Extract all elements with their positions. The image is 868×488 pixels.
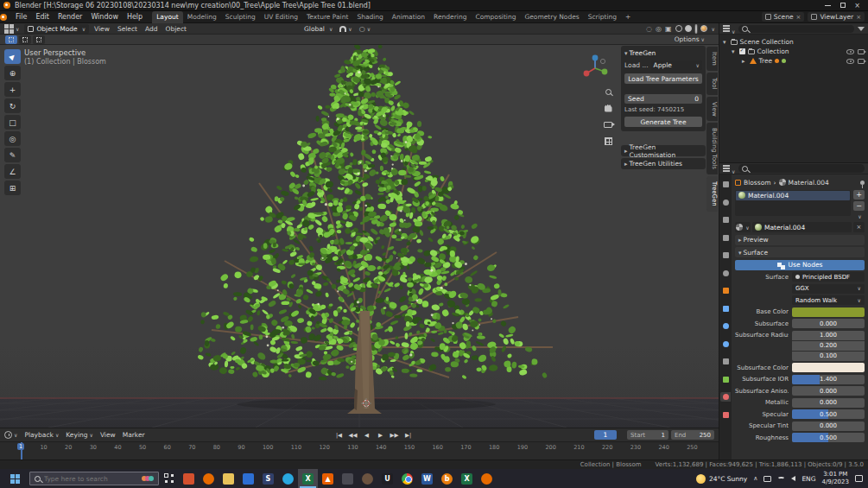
sidebar-tab-building-tools[interactable]: Building Tools [706, 123, 718, 174]
workspace-tab-compositing[interactable]: Compositing [471, 11, 520, 23]
timeline-editor-selector[interactable] [4, 431, 17, 439]
keying-menu[interactable]: Keying [66, 431, 93, 439]
play-button[interactable]: ▶ [375, 430, 386, 440]
sidebar-tab-item[interactable]: Item [706, 47, 718, 71]
firefox-2-icon[interactable] [477, 469, 497, 488]
close-button[interactable]: × [850, 0, 865, 10]
unlink-material-button[interactable]: × [853, 222, 865, 232]
workspace-tab-shading[interactable]: Shading [352, 11, 387, 23]
workspace-tab-sculpting[interactable]: Sculpting [221, 11, 260, 23]
tab-output[interactable] [720, 215, 731, 225]
treegen-panel-header[interactable]: TreeGen [624, 48, 702, 58]
hide-viewport-icon[interactable] [846, 59, 854, 64]
sidebar-tab-tool[interactable]: Tool [706, 73, 718, 95]
taskbar-app-gray[interactable] [338, 469, 358, 488]
select-mode-subtract-button[interactable] [33, 35, 45, 44]
breadcrumb-material[interactable]: Material.004 [789, 179, 829, 187]
outliner-search[interactable] [738, 25, 854, 33]
viewport-menu-object[interactable]: Object [166, 25, 187, 33]
gimp-icon[interactable] [358, 469, 377, 488]
viewport-menu-view[interactable]: View [94, 25, 110, 33]
workspace-tab-scripting[interactable]: Scripting [584, 11, 621, 23]
shading-material-preview-button[interactable] [695, 24, 697, 34]
language-indicator[interactable]: ENG [801, 475, 815, 483]
remove-slot-button[interactable]: − [853, 201, 865, 211]
notification-center-icon[interactable] [855, 475, 863, 482]
tab-texture[interactable] [720, 410, 731, 420]
telegram-icon[interactable] [278, 469, 298, 488]
excel-2-icon[interactable]: X [457, 469, 477, 488]
material-name-field[interactable]: Material.004 [752, 222, 852, 232]
subsurface-ior-slider[interactable]: 1.400 [792, 375, 865, 384]
scale-tool[interactable]: □ [4, 115, 21, 130]
mode-dropdown[interactable]: Object Mode [24, 24, 89, 34]
viewport-3d[interactable]: User Perspective (1) Collection | Blosso… [0, 45, 719, 428]
sidebar-tab-treegen[interactable]: TreeGen [706, 176, 718, 212]
tab-modifiers[interactable] [720, 304, 731, 314]
collection-checkbox[interactable] [739, 48, 745, 54]
jump-to-end-button[interactable]: ▶| [402, 430, 414, 440]
properties-search[interactable] [738, 164, 865, 173]
scene-unlink-icon[interactable]: × [796, 14, 801, 21]
preview-panel-header[interactable]: Preview [735, 235, 865, 245]
firefox-icon[interactable] [199, 469, 219, 488]
browse-material-dropdown[interactable] [735, 222, 751, 232]
camera-view-icon[interactable] [603, 119, 613, 130]
menu-edit[interactable]: Edit [31, 13, 54, 21]
load-tree-parameters-button[interactable]: Load Tree Parameters [624, 73, 702, 84]
tab-object[interactable] [720, 286, 731, 295]
menu-window[interactable]: Window [86, 13, 123, 21]
editor-type-selector[interactable] [3, 24, 19, 34]
select-box-tool[interactable]: ▶ [4, 49, 21, 64]
transform-orientation-dropdown[interactable]: Global [304, 25, 333, 33]
shading-rendered-button[interactable] [700, 25, 707, 32]
blender-taskbar-icon[interactable]: b [437, 469, 457, 488]
tab-view-layer[interactable] [720, 233, 731, 243]
subsurface-anisotropy-slider[interactable]: 0.000 [792, 386, 865, 396]
snap-toggle[interactable] [339, 25, 352, 33]
tab-material[interactable] [720, 392, 731, 402]
taskbar-clock[interactable]: 3:01 PM 4/9/2023 [822, 471, 849, 486]
tab-constraints[interactable] [720, 357, 731, 366]
show-gizmo-toggle[interactable]: ◌ [646, 25, 652, 33]
steam-icon[interactable]: S [258, 469, 278, 488]
taskbar-app-blue[interactable] [238, 469, 258, 488]
jump-to-start-button[interactable]: |◀ [333, 430, 345, 440]
excel-icon[interactable]: X [298, 469, 318, 488]
disable-render-icon[interactable] [858, 59, 865, 64]
shading-wireframe-button[interactable] [675, 25, 682, 32]
subsurface-radius-z-field[interactable]: 0.100 [792, 352, 865, 361]
taskbar-search-input[interactable] [44, 475, 140, 483]
frame-start-field[interactable]: Start1 [627, 430, 668, 440]
treegen-utilities-header[interactable]: TreeGen Utilities [621, 158, 706, 169]
viewlayer-selector[interactable]: ViewLayer × [808, 12, 865, 22]
play-reverse-button[interactable]: ◀ [361, 430, 372, 440]
move-tool[interactable]: + [4, 82, 21, 97]
specular-tint-slider[interactable]: 0.000 [792, 421, 865, 431]
tab-render[interactable] [720, 198, 731, 207]
workspace-tab-texture-paint[interactable]: Texture Paint [302, 11, 352, 23]
pan-hand-icon[interactable] [603, 103, 613, 113]
surface-panel-header[interactable]: Surface [735, 247, 865, 257]
tab-physics[interactable] [720, 339, 731, 349]
vlc-icon[interactable]: ▲ [318, 469, 338, 488]
viewport-menu-add[interactable]: Add [145, 25, 158, 33]
current-frame-field[interactable]: 1 [594, 430, 617, 440]
roughness-slider[interactable]: 0.500 [792, 433, 865, 442]
marker-menu[interactable]: Marker [123, 431, 145, 439]
tab-scene[interactable] [720, 250, 731, 260]
zoom-icon[interactable] [603, 86, 613, 97]
workspace-tab-layout[interactable]: Layout [152, 11, 183, 23]
file-explorer-icon[interactable] [219, 469, 238, 488]
viewlayer-unlink-icon[interactable]: × [856, 14, 861, 21]
proportional-editing-toggle[interactable]: ○ [359, 25, 371, 33]
filter-funnel-icon[interactable] [858, 27, 865, 31]
measure-tool[interactable]: ∠ [4, 164, 21, 179]
minimize-button[interactable] [820, 0, 835, 10]
workspace-tab-rendering[interactable]: Rendering [429, 11, 471, 23]
cursor-tool[interactable]: ⊕ [4, 66, 21, 80]
outliner-row-scene-collection[interactable]: Scene Collection [719, 37, 868, 47]
timeline-view-menu[interactable]: View [100, 431, 116, 439]
disable-render-icon[interactable] [858, 49, 865, 54]
tab-object-data[interactable] [720, 375, 731, 384]
